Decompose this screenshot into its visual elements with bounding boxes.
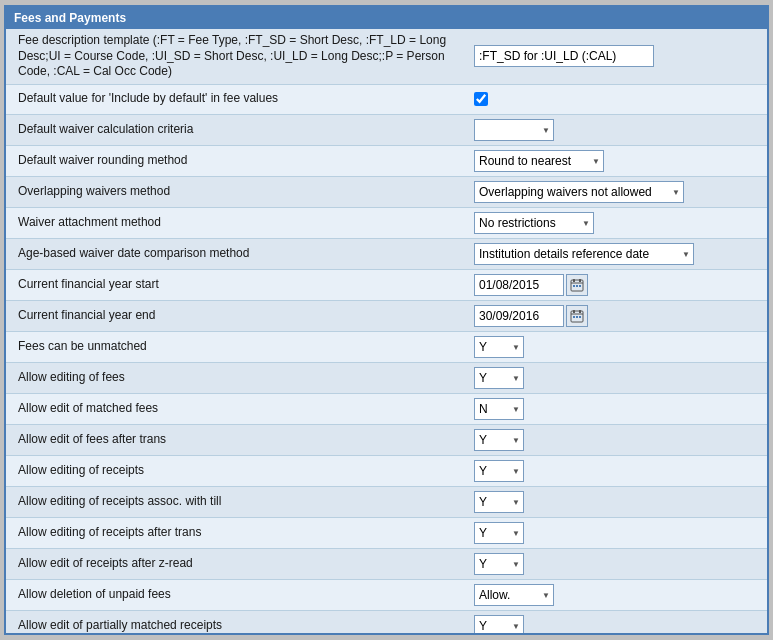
- select-wrapper-default-waiver-calculation: [474, 119, 554, 141]
- table-row: Allow editing of receipts assoc. with ti…: [6, 487, 767, 518]
- label-allow-editing-of-receipts-assoc-till: Allow editing of receipts assoc. with ti…: [10, 492, 470, 512]
- select-allow-edit-of-matched-fees[interactable]: N: [474, 398, 524, 420]
- select-age-based-waiver-date[interactable]: Institution details reference date: [474, 243, 694, 265]
- select-fees-can-be-unmatched[interactable]: Y: [474, 336, 524, 358]
- label-default-waiver-rounding: Default waiver rounding method: [10, 151, 470, 171]
- select-wrapper-overlapping-waivers-method: Overlapping waivers not allowed: [474, 181, 684, 203]
- select-allow-editing-of-receipts-assoc-till[interactable]: Y: [474, 491, 524, 513]
- control-allow-edit-of-matched-fees: N: [470, 396, 763, 422]
- control-overlapping-waivers-method: Overlapping waivers not allowed: [470, 179, 763, 205]
- select-wrapper-allow-editing-of-receipts-assoc-till: Y: [474, 491, 524, 513]
- control-allow-edit-of-receipts-after-z-read: Y: [470, 551, 763, 577]
- svg-rect-13: [579, 316, 581, 318]
- label-default-include-by-default: Default value for 'Include by default' i…: [10, 89, 470, 109]
- label-allow-deletion-of-unpaid-fees: Allow deletion of unpaid fees: [10, 585, 470, 605]
- select-wrapper-allow-edit-of-receipts-after-z-read: Y: [474, 553, 524, 575]
- label-allow-editing-of-fees: Allow editing of fees: [10, 368, 470, 388]
- select-wrapper-allow-deletion-of-unpaid-fees: Allow.: [474, 584, 554, 606]
- control-allow-deletion-of-unpaid-fees: Allow.: [470, 582, 763, 608]
- control-allow-edit-of-fees-after-trans: Y: [470, 427, 763, 453]
- select-allow-edit-of-fees-after-trans[interactable]: Y: [474, 429, 524, 451]
- table-row: Default waiver calculation criteria: [6, 115, 767, 146]
- select-wrapper-allow-editing-of-receipts-after-trans: Y: [474, 522, 524, 544]
- date-input-current-financial-year-start[interactable]: [474, 274, 564, 296]
- select-wrapper-allow-editing-of-receipts: Y: [474, 460, 524, 482]
- select-waiver-attachment-method[interactable]: No restrictions: [474, 212, 594, 234]
- svg-rect-10: [579, 310, 581, 313]
- label-allow-edit-of-partially-matched-receipts: Allow edit of partially matched receipts: [10, 616, 470, 633]
- label-fee-description-template: Fee description template (:FT = Fee Type…: [10, 31, 470, 82]
- label-fees-can-be-unmatched: Fees can be unmatched: [10, 337, 470, 357]
- svg-rect-4: [573, 285, 575, 287]
- table-row: Default waiver rounding methodRound to n…: [6, 146, 767, 177]
- date-input-current-financial-year-end[interactable]: [474, 305, 564, 327]
- table-row: Allow edit of fees after transY: [6, 425, 767, 456]
- control-age-based-waiver-date: Institution details reference date: [470, 241, 763, 267]
- label-waiver-attachment-method: Waiver attachment method: [10, 213, 470, 233]
- select-allow-edit-of-partially-matched-receipts[interactable]: Y: [474, 615, 524, 633]
- select-allow-edit-of-receipts-after-z-read[interactable]: Y: [474, 553, 524, 575]
- select-default-waiver-rounding[interactable]: Round to nearest: [474, 150, 604, 172]
- select-wrapper-allow-edit-of-partially-matched-receipts: Y: [474, 615, 524, 633]
- table-row: Overlapping waivers methodOverlapping wa…: [6, 177, 767, 208]
- label-allow-edit-of-receipts-after-z-read: Allow edit of receipts after z-read: [10, 554, 470, 574]
- control-current-financial-year-start: [470, 272, 763, 298]
- control-allow-editing-of-fees: Y: [470, 365, 763, 391]
- label-allow-editing-of-receipts: Allow editing of receipts: [10, 461, 470, 481]
- table-row: Allow deletion of unpaid feesAllow.: [6, 580, 767, 611]
- label-default-waiver-calculation: Default waiver calculation criteria: [10, 120, 470, 140]
- select-wrapper-waiver-attachment-method: No restrictions: [474, 212, 594, 234]
- select-overlapping-waivers-method[interactable]: Overlapping waivers not allowed: [474, 181, 684, 203]
- select-wrapper-allow-editing-of-fees: Y: [474, 367, 524, 389]
- select-wrapper-fees-can-be-unmatched: Y: [474, 336, 524, 358]
- label-current-financial-year-end: Current financial year end: [10, 306, 470, 326]
- svg-rect-6: [579, 285, 581, 287]
- panel-body: Fee description template (:FT = Fee Type…: [6, 29, 767, 633]
- select-default-waiver-calculation[interactable]: [474, 119, 554, 141]
- svg-rect-11: [573, 316, 575, 318]
- control-current-financial-year-end: [470, 303, 763, 329]
- table-row: Allow editing of receiptsY: [6, 456, 767, 487]
- control-default-waiver-calculation: [470, 117, 763, 143]
- select-allow-deletion-of-unpaid-fees[interactable]: Allow.: [474, 584, 554, 606]
- select-wrapper-age-based-waiver-date: Institution details reference date: [474, 243, 694, 265]
- table-row: Allow editing of feesY: [6, 363, 767, 394]
- control-allow-edit-of-partially-matched-receipts: Y: [470, 613, 763, 633]
- calendar-icon[interactable]: [566, 305, 588, 327]
- input-fee-description-template[interactable]: [474, 45, 654, 67]
- control-fee-description-template: [470, 43, 763, 69]
- label-allow-edit-of-matched-fees: Allow edit of matched fees: [10, 399, 470, 419]
- control-allow-editing-of-receipts-assoc-till: Y: [470, 489, 763, 515]
- select-wrapper-allow-edit-of-matched-fees: N: [474, 398, 524, 420]
- control-allow-editing-of-receipts-after-trans: Y: [470, 520, 763, 546]
- table-row: Age-based waiver date comparison methodI…: [6, 239, 767, 270]
- svg-rect-3: [579, 279, 581, 282]
- control-allow-editing-of-receipts: Y: [470, 458, 763, 484]
- select-allow-editing-of-fees[interactable]: Y: [474, 367, 524, 389]
- select-allow-editing-of-receipts[interactable]: Y: [474, 460, 524, 482]
- control-fees-can-be-unmatched: Y: [470, 334, 763, 360]
- select-allow-editing-of-receipts-after-trans[interactable]: Y: [474, 522, 524, 544]
- control-default-include-by-default: [470, 90, 763, 108]
- calendar-icon[interactable]: [566, 274, 588, 296]
- table-row: Allow edit of partially matched receipts…: [6, 611, 767, 633]
- label-age-based-waiver-date: Age-based waiver date comparison method: [10, 244, 470, 264]
- svg-rect-5: [576, 285, 578, 287]
- table-row: Allow edit of matched feesN: [6, 394, 767, 425]
- table-row: Current financial year end: [6, 301, 767, 332]
- label-current-financial-year-start: Current financial year start: [10, 275, 470, 295]
- checkbox-default-include-by-default[interactable]: [474, 92, 488, 106]
- table-row: Waiver attachment methodNo restrictions: [6, 208, 767, 239]
- panel-title: Fees and Payments: [14, 11, 126, 25]
- table-row: Allow edit of receipts after z-readY: [6, 549, 767, 580]
- svg-rect-12: [576, 316, 578, 318]
- table-row: Fee description template (:FT = Fee Type…: [6, 29, 767, 85]
- control-default-waiver-rounding: Round to nearest: [470, 148, 763, 174]
- label-overlapping-waivers-method: Overlapping waivers method: [10, 182, 470, 202]
- svg-rect-9: [573, 310, 575, 313]
- select-wrapper-allow-edit-of-fees-after-trans: Y: [474, 429, 524, 451]
- panel-header: Fees and Payments: [6, 7, 767, 29]
- table-row: Fees can be unmatchedY: [6, 332, 767, 363]
- label-allow-edit-of-fees-after-trans: Allow edit of fees after trans: [10, 430, 470, 450]
- fees-and-payments-panel: Fees and Payments Fee description templa…: [4, 5, 769, 635]
